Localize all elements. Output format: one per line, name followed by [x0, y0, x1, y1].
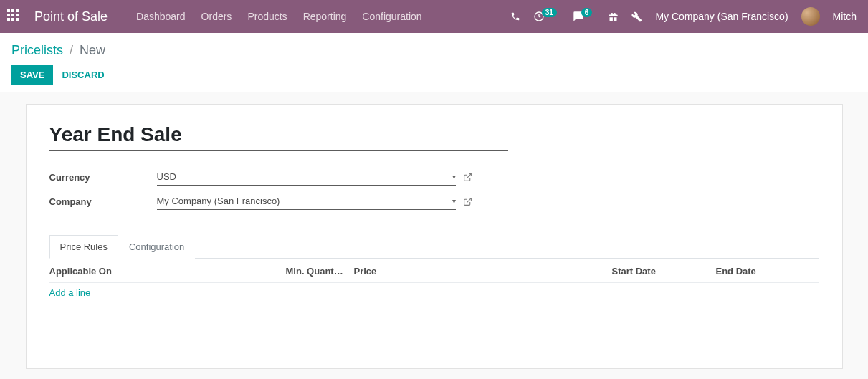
chevron-down-icon: ▾ [452, 197, 456, 205]
rules-table-header: Applicable On Min. Quant… Price Start Da… [49, 259, 819, 283]
company-select[interactable]: My Company (San Francisco) ▾ [157, 193, 456, 210]
form-sheet: Currency USD ▾ Company My Company (San F… [26, 104, 843, 369]
company-external-link-icon[interactable] [463, 197, 472, 206]
currency-external-link-icon[interactable] [463, 173, 472, 182]
add-line-link[interactable]: Add a line [49, 287, 91, 298]
menu-reporting[interactable]: Reporting [303, 11, 347, 22]
navbar-right: 31 6 My Company (San Francisco) Mitch [510, 7, 857, 26]
menu-dashboard[interactable]: Dashboard [136, 11, 186, 22]
form-fields: Currency USD ▾ Company My Company (San F… [49, 168, 819, 210]
main-menu: Dashboard Orders Products Reporting Conf… [136, 11, 422, 22]
menu-configuration[interactable]: Configuration [362, 11, 421, 22]
tools-icon[interactable] [631, 11, 642, 22]
breadcrumb-current: New [80, 43, 105, 57]
menu-orders[interactable]: Orders [201, 11, 232, 22]
breadcrumb: Pricelists / New [11, 43, 857, 58]
col-applicable-on[interactable]: Applicable On [49, 266, 286, 277]
control-panel: Pricelists / New Save Discard [0, 33, 868, 92]
currency-label: Currency [49, 172, 157, 183]
currency-select[interactable]: USD ▾ [157, 168, 456, 186]
save-button[interactable]: Save [11, 65, 53, 85]
currency-value: USD [157, 171, 176, 182]
chevron-down-icon: ▾ [452, 173, 456, 181]
form-area: Currency USD ▾ Company My Company (San F… [0, 92, 868, 369]
menu-products[interactable]: Products [247, 11, 287, 22]
app-brand[interactable]: Point of Sale [34, 9, 108, 24]
activities-icon[interactable]: 31 [533, 11, 560, 22]
discard-button[interactable]: Discard [62, 69, 104, 80]
phone-icon[interactable] [510, 11, 520, 21]
action-buttons: Save Discard [11, 65, 857, 85]
tab-price-rules[interactable]: Price Rules [49, 235, 118, 259]
breadcrumb-parent[interactable]: Pricelists [11, 43, 63, 57]
gift-icon[interactable] [608, 11, 619, 22]
company-switcher[interactable]: My Company (San Francisco) [655, 11, 788, 22]
apps-icon[interactable] [7, 9, 22, 24]
breadcrumb-separator: / [70, 43, 73, 57]
pricelist-name-input[interactable] [49, 122, 508, 151]
form-tabs: Price Rules Configuration [49, 234, 819, 259]
col-end-date[interactable]: End Date [716, 266, 820, 277]
col-min-quantity[interactable]: Min. Quant… [286, 266, 354, 277]
activities-badge: 31 [542, 8, 557, 17]
user-name[interactable]: Mitch [833, 11, 857, 22]
col-price[interactable]: Price [354, 266, 612, 277]
company-value: My Company (San Francisco) [157, 196, 280, 206]
messages-badge: 6 [581, 8, 593, 17]
messages-icon[interactable]: 6 [573, 11, 596, 22]
rules-table-body: Add a line [49, 283, 819, 298]
user-avatar[interactable] [801, 7, 820, 26]
tab-configuration[interactable]: Configuration [118, 235, 195, 259]
company-label: Company [49, 196, 157, 207]
col-start-date[interactable]: Start Date [612, 266, 716, 277]
top-navbar: Point of Sale Dashboard Orders Products … [0, 0, 868, 33]
